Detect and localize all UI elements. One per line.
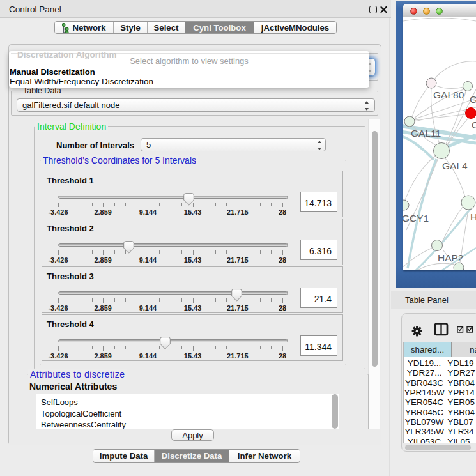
svg-text:GAL4: GAL4 (442, 160, 468, 171)
svg-text:H: H (470, 211, 476, 222)
svg-text:GCY1: GCY1 (403, 213, 429, 224)
svg-text:C: C (472, 119, 476, 130)
svg-text:G: G (470, 94, 476, 105)
svg-text:HAP2: HAP2 (438, 252, 464, 263)
svg-text:GAL80: GAL80 (433, 89, 464, 100)
svg-text:GAL11: GAL11 (411, 128, 441, 139)
